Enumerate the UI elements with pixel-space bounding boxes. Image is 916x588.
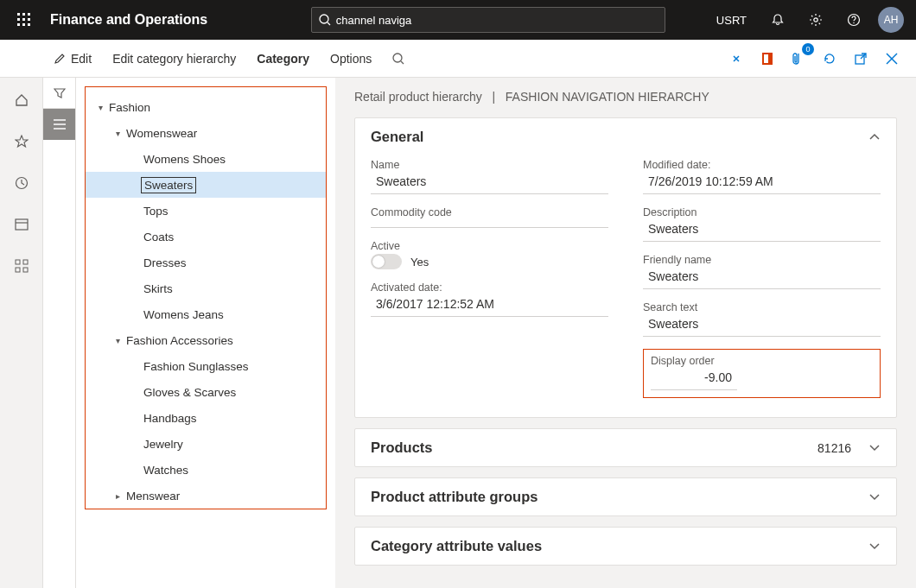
tree-item[interactable]: Womens Jeans [86,301,326,327]
gear-icon[interactable] [798,0,833,40]
tree-item[interactable]: Coats [86,224,326,250]
waffle-icon[interactable] [7,0,41,40]
category-tree: ▾Fashion▾WomenswearWomens ShoesSweatersT… [85,86,327,509]
cat-attr-title: Category attribute values [371,538,542,554]
commodity-label: Commodity code [371,206,608,218]
search-field[interactable]: Sweaters [643,313,881,337]
svg-rect-28 [23,260,28,264]
help-icon[interactable] [836,0,871,40]
svg-point-11 [814,18,817,22]
tree-item[interactable]: Fashion Sunglasses [86,353,326,379]
global-search[interactable] [311,7,665,33]
name-field[interactable]: Sweaters [371,171,608,194]
display-order-field[interactable]: -9.00 [651,367,737,390]
app-title: Finance and Operations [41,12,207,28]
modified-field[interactable]: 7/26/2019 10:12:59 AM [643,171,881,194]
svg-rect-4 [22,18,25,21]
tree-panel: ▾Fashion▾WomenswearWomens ShoesSweatersT… [76,78,335,588]
tree-item[interactable]: ▾Fashion [86,94,326,120]
products-card[interactable]: Products 81216 [354,428,897,467]
attr-groups-card[interactable]: Product attribute groups [354,477,897,516]
popout-icon[interactable] [849,47,873,71]
modified-label: Modified date: [643,159,881,171]
toolbar-search-icon[interactable] [382,46,415,72]
tree-item[interactable]: Tops [86,198,326,224]
tree-item-label: Coats [141,230,176,244]
attachments-badge: 0 [802,43,814,55]
tree-item[interactable]: Jewelry [86,431,326,457]
tree-item[interactable]: Gloves & Scarves [86,379,326,405]
user-avatar[interactable]: AH [878,7,904,33]
tree-item[interactable]: Sweaters [86,172,326,198]
nav-column [43,78,76,588]
chevron-right-icon[interactable]: ▸ [111,491,124,501]
chevron-up-icon [868,133,881,142]
chevron-down-icon[interactable]: ▾ [94,103,106,112]
edit-button[interactable]: Edit [43,45,102,73]
office-icon[interactable] [755,47,779,71]
modules-icon[interactable] [8,252,35,280]
workspace-icon[interactable] [8,211,35,238]
chevron-down-icon[interactable]: ▾ [111,129,124,138]
tree-item-label: Menswear [124,489,182,503]
chevron-down-icon [868,444,881,452]
friendly-field[interactable]: Sweaters [643,266,881,289]
svg-rect-27 [16,260,20,264]
display-order-highlight: Display order -9.00 [643,349,881,398]
friendly-label: Friendly name [643,254,881,266]
svg-rect-1 [22,13,25,16]
main-content: Retail product hierarchy | FASHION NAVIG… [335,78,916,588]
left-rail [0,78,43,588]
tree-item-label: Womenswear [124,126,200,141]
chevron-down-icon[interactable]: ▾ [111,336,124,345]
tree-item[interactable]: ▾Fashion Accessories [86,327,326,353]
attr-groups-title: Product attribute groups [371,489,538,505]
svg-rect-29 [16,268,20,272]
list-view-icon[interactable] [43,109,75,140]
tree-item-label: Tops [141,204,171,218]
category-tab[interactable]: Category [246,45,320,73]
breadcrumb-parent[interactable]: Retail product hierarchy [354,90,482,104]
tree-item-label: Womens Shoes [141,152,228,167]
options-tab[interactable]: Options [320,45,382,73]
svg-rect-5 [28,18,30,21]
tree-item[interactable]: Watches [86,457,326,483]
svg-rect-20 [764,54,768,63]
active-label: Active [371,240,608,252]
close-icon[interactable] [880,47,904,71]
attachments-icon[interactable]: 0 [786,47,811,71]
svg-point-17 [393,54,402,62]
link-icon[interactable] [724,47,748,71]
tree-item-label: Sweaters [141,177,196,193]
chevron-down-icon [868,493,881,502]
svg-rect-3 [17,18,20,21]
breadcrumb: Retail product hierarchy | FASHION NAVIG… [354,90,897,104]
cat-attr-card[interactable]: Category attribute values [354,527,897,566]
tree-item[interactable]: ▾Womenswear [86,120,326,146]
tree-item-label: Watches [141,463,191,477]
commodity-field[interactable] [371,218,608,228]
global-header: Finance and Operations USRT AH [0,0,916,40]
refresh-icon[interactable] [817,47,842,71]
recent-icon[interactable] [8,169,35,197]
tree-item[interactable]: Womens Shoes [86,146,326,172]
star-icon[interactable] [8,128,35,155]
edit-hierarchy-button[interactable]: Edit category hierarchy [102,45,246,73]
description-field[interactable]: Sweaters [643,218,881,242]
tree-item[interactable]: ▸Menswear [86,483,326,509]
general-header[interactable]: General [355,118,896,155]
tree-item-label: Fashion [106,100,153,115]
search-input[interactable] [331,14,658,27]
activated-label: Activated date: [371,281,608,294]
tree-item[interactable]: Handbags [86,405,326,431]
tree-item[interactable]: Skirts [86,275,326,301]
home-icon[interactable] [8,86,35,114]
svg-rect-25 [16,219,28,230]
general-card: General Name Sweaters Commodity code Act… [354,117,897,418]
filter-icon[interactable] [43,78,75,109]
tree-item[interactable]: Dresses [86,250,326,275]
active-toggle[interactable] [371,254,402,269]
bell-icon[interactable] [760,0,795,40]
legal-entity[interactable]: USRT [716,14,747,27]
activated-field[interactable]: 3/6/2017 12:12:52 AM [371,294,608,317]
